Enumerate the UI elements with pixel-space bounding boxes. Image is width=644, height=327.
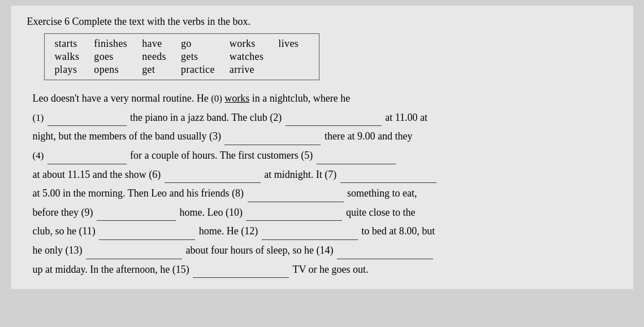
text-line-9: up at midday. In the afternoon, he (15) … xyxy=(33,260,617,278)
line2-pre: night, but the members of the band usual… xyxy=(33,130,221,142)
line2-post: there at 9.00 and they xyxy=(325,130,412,142)
line7-pre: club, so he (11) xyxy=(33,225,96,237)
verb-cell: gets xyxy=(179,50,227,63)
exercise-text: Leo doesn't have a very normal routine. … xyxy=(27,90,617,278)
verb-cell: finishes xyxy=(92,37,140,50)
text-line-4: at about 11.15 and the show (6) at midni… xyxy=(33,165,617,184)
verb-cell: arrive xyxy=(227,63,276,76)
verb-cell: get xyxy=(140,63,179,76)
intro2-text: in a nightclub, where he xyxy=(249,93,350,104)
verb-cell: lives xyxy=(276,37,311,50)
line9-post: TV or he goes out. xyxy=(292,264,368,275)
line6-end: quite close to the xyxy=(346,207,415,218)
verb-cell: opens xyxy=(92,63,140,76)
text-line-6: before they (9) home. Leo (10) quite clo… xyxy=(33,203,617,221)
line3-post: for a couple of hours. The first custome… xyxy=(130,150,313,161)
text-line-8: he only (13) about four hours of sleep, … xyxy=(33,241,617,259)
blank-5[interactable] xyxy=(317,146,396,164)
verb-cell: have xyxy=(140,37,179,50)
exercise-title: Exercise 6 Complete the text with the ve… xyxy=(27,16,617,28)
blank-9[interactable] xyxy=(97,203,176,221)
line9-pre: up at midday. In the afternoon, he (15) xyxy=(33,264,189,275)
verb-cell: watches xyxy=(227,50,276,63)
blank-15[interactable] xyxy=(193,260,289,278)
verb-box: starts finishes have go works lives walk… xyxy=(44,33,320,80)
example-answer: works xyxy=(224,93,249,104)
verb-row-3: plays opens get practice arrive xyxy=(53,63,312,76)
verb-cell: go xyxy=(179,37,227,50)
verb-row-2: walks goes needs gets watches xyxy=(53,50,312,63)
line5-pre: at 5.00 in the morning. Then Leo and his… xyxy=(33,188,244,199)
line8-pre: he only (13) xyxy=(33,245,83,256)
line8-post: about four hours of sleep, so he (14) xyxy=(185,245,333,256)
line7-end: to bed at 8.00, but xyxy=(361,225,435,237)
line6-post: home. Leo (10) xyxy=(179,207,242,218)
line4-pre: at about 11.15 and the show (6) xyxy=(33,169,161,180)
text-line-2: night, but the members of the band usual… xyxy=(33,127,617,145)
line6-pre: before they (9) xyxy=(33,207,93,218)
blank-13[interactable] xyxy=(86,241,182,259)
example-paren: (0) xyxy=(211,93,224,104)
blank-14[interactable] xyxy=(337,241,433,259)
blank-8[interactable] xyxy=(248,184,344,202)
verb-cell: walks xyxy=(53,50,92,63)
text-line-7: club, so he (11) home. He (12) to bed at… xyxy=(33,222,617,240)
verb-cell: works xyxy=(227,37,276,50)
blank-label-1: (1) xyxy=(33,112,46,123)
blank-7[interactable] xyxy=(340,165,436,184)
blank-12[interactable] xyxy=(262,222,358,240)
blank-10[interactable] xyxy=(246,203,342,221)
blank-label-4: (4) xyxy=(33,150,46,161)
blank-2[interactable] xyxy=(286,108,382,127)
verb-cell: practice xyxy=(179,63,227,76)
text-line-intro: Leo doesn't have a very normal routine. … xyxy=(33,90,617,107)
verb-cell: plays xyxy=(53,63,92,76)
blank-3[interactable] xyxy=(224,127,321,145)
blank-1[interactable] xyxy=(47,108,127,127)
blank-4[interactable] xyxy=(47,146,127,164)
line1-post: the piano in a jazz band. The club (2) xyxy=(130,112,282,123)
line5-post: something to eat, xyxy=(347,188,417,199)
line7-post: home. He (12) xyxy=(199,225,258,237)
verb-table: starts finishes have go works lives walk… xyxy=(53,37,312,76)
exercise-page: Exercise 6 Complete the text with the ve… xyxy=(11,6,633,289)
line1-end: at 11.00 at xyxy=(385,112,427,123)
blank-11[interactable] xyxy=(99,222,195,240)
text-line-3: (4) for a couple of hours. The first cus… xyxy=(33,146,617,164)
verb-row-1: starts finishes have go works lives xyxy=(53,37,312,50)
verb-cell: goes xyxy=(92,50,140,63)
intro-text: Leo doesn't have a very normal routine. … xyxy=(33,93,211,104)
verb-cell: starts xyxy=(53,37,92,50)
blank-6[interactable] xyxy=(165,165,261,184)
verb-cell: needs xyxy=(140,50,179,63)
text-line-5: at 5.00 in the morning. Then Leo and his… xyxy=(33,184,617,202)
text-line-1: (1) the piano in a jazz band. The club (… xyxy=(33,108,617,127)
line4-post: at midnight. It (7) xyxy=(264,169,336,180)
